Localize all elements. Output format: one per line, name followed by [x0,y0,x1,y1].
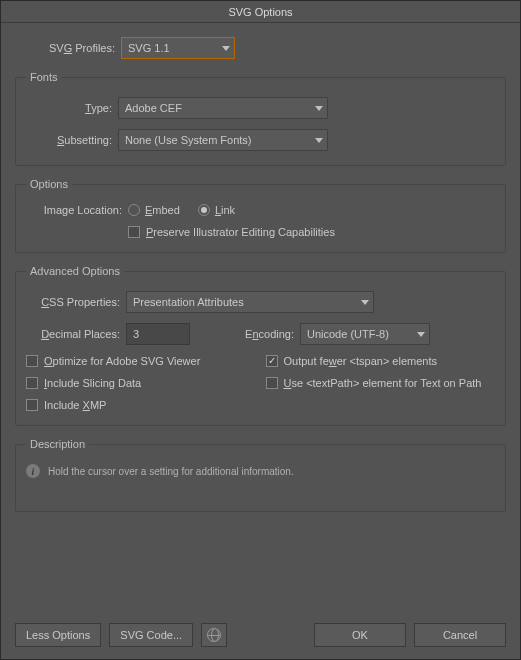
advanced-legend: Advanced Options [26,265,124,277]
decimal-places-value: 3 [133,328,139,340]
svg-profiles-value: SVG 1.1 [128,42,170,54]
checkbox-icon [266,355,278,367]
font-type-label: Type: [26,102,118,114]
button-bar: Less Options SVG Code... OK Cancel [1,611,520,659]
chevron-down-icon [222,46,230,51]
image-location-label: Image Location: [26,204,128,216]
font-subsetting-select[interactable]: None (Use System Fonts) [118,129,328,151]
options-group: Options Image Location: Embed Link Prese… [15,178,506,253]
encoding-value: Unicode (UTF-8) [307,328,389,340]
font-subsetting-value: None (Use System Fonts) [125,134,252,146]
font-type-select[interactable]: Adobe CEF [118,97,328,119]
xmp-label: Include XMP [44,399,106,411]
chevron-down-icon [417,332,425,337]
css-properties-value: Presentation Attributes [133,296,244,308]
encoding-label: Encoding: [190,328,300,340]
radio-icon [128,204,140,216]
slicing-label: Include Slicing Data [44,377,141,389]
decimal-places-label: Decimal Places: [26,328,126,340]
optimize-svg-viewer-checkbox[interactable]: Optimize for Adobe SVG Viewer [26,355,256,367]
dialog-content: SVG Profiles: SVG 1.1 Fonts Type: Adobe … [1,23,520,611]
checkbox-icon [26,377,38,389]
description-text: Hold the cursor over a setting for addit… [48,466,294,477]
encoding-select[interactable]: Unicode (UTF-8) [300,323,430,345]
svg-code-button[interactable]: SVG Code... [109,623,193,647]
checkbox-icon [266,377,278,389]
options-legend: Options [26,178,72,190]
font-subsetting-label: Subsetting: [26,134,118,146]
decimal-places-input[interactable]: 3 [126,323,190,345]
checkbox-icon [26,399,38,411]
cancel-button[interactable]: Cancel [414,623,506,647]
description-legend: Description [26,438,89,450]
svg-profiles-select[interactable]: SVG 1.1 [121,37,235,59]
preserve-editing-label: Preserve Illustrator Editing Capabilitie… [146,226,335,238]
preview-in-browser-button[interactable] [201,623,227,647]
globe-icon [207,628,221,642]
titlebar: SVG Options [1,1,520,23]
output-fewer-tspan-checkbox[interactable]: Output fewer <tspan> elements [266,355,496,367]
svg-options-dialog: SVG Options SVG Profiles: SVG 1.1 Fonts … [0,0,521,660]
svg-profiles-label: SVG Profiles: [15,42,121,54]
less-options-button[interactable]: Less Options [15,623,101,647]
image-location-embed-radio[interactable]: Embed [128,204,180,216]
textpath-label: Use <textPath> element for Text on Path [284,377,482,389]
checkbox-icon [128,226,140,238]
chevron-down-icon [315,106,323,111]
description-group: Description i Hold the cursor over a set… [15,438,506,512]
embed-label: Embed [145,204,180,216]
radio-icon [198,204,210,216]
include-slicing-checkbox[interactable]: Include Slicing Data [26,377,256,389]
fonts-legend: Fonts [26,71,62,83]
css-properties-select[interactable]: Presentation Attributes [126,291,374,313]
include-xmp-checkbox[interactable]: Include XMP [26,399,256,411]
font-type-value: Adobe CEF [125,102,182,114]
chevron-down-icon [361,300,369,305]
advanced-options-group: Advanced Options CSS Properties: Present… [15,265,506,426]
chevron-down-icon [315,138,323,143]
use-textpath-checkbox[interactable]: Use <textPath> element for Text on Path [266,377,496,389]
optimize-label: Optimize for Adobe SVG Viewer [44,355,200,367]
image-location-link-radio[interactable]: Link [198,204,235,216]
link-label: Link [215,204,235,216]
output-tspan-label: Output fewer <tspan> elements [284,355,438,367]
css-properties-label: CSS Properties: [26,296,126,308]
ok-button[interactable]: OK [314,623,406,647]
checkbox-icon [26,355,38,367]
fonts-group: Fonts Type: Adobe CEF Subsetting: None (… [15,71,506,166]
info-icon: i [26,464,40,478]
preserve-editing-checkbox[interactable]: Preserve Illustrator Editing Capabilitie… [128,226,335,238]
